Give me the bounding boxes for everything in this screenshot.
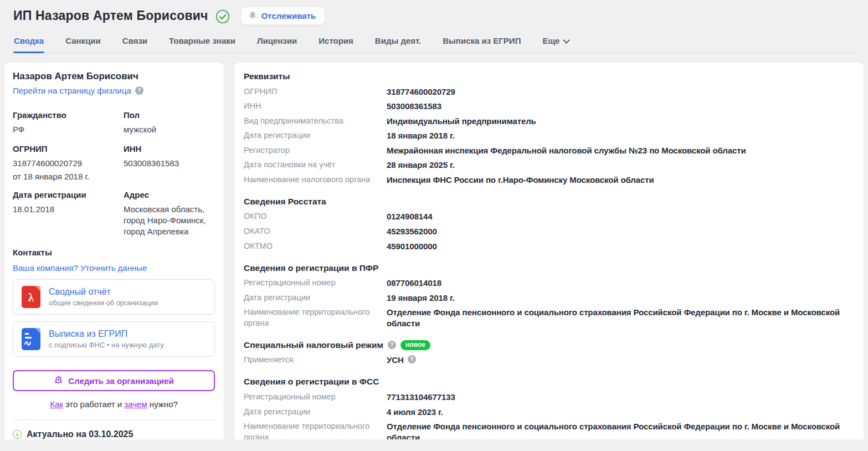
- bell-plus-icon: [54, 376, 63, 386]
- tab-tovarnye-znaki[interactable]: Товарные знаки: [168, 33, 236, 53]
- row-value: 4 июля 2023 г.: [387, 407, 854, 418]
- row-value: 18 января 2018 г.: [387, 130, 854, 141]
- detail-row: Дата постановки на учёт28 января 2025 г.: [244, 158, 854, 173]
- row-label: Регистратор: [244, 145, 387, 156]
- detail-row: Наименование территориального органаОтде…: [244, 305, 854, 331]
- bell-icon: [248, 11, 257, 20]
- tab-svyazi[interactable]: Связи: [122, 33, 148, 53]
- row-value: 318774600020729: [387, 86, 854, 98]
- detail-row: Регистрационный номер771313104677133: [244, 390, 854, 404]
- field-inn: ИНН 503008361583: [124, 140, 215, 186]
- field-value: 503008361583: [124, 158, 212, 169]
- row-label: Наименование территориального органа: [244, 421, 387, 439]
- row-value: УСН: [387, 355, 404, 366]
- tab-more[interactable]: Еще: [542, 33, 570, 53]
- field-value: Московская область, город Наро-Фоминск, …: [124, 204, 212, 238]
- why-link[interactable]: зачем: [124, 399, 147, 409]
- person-page-link[interactable]: Перейти на страницу физлица: [13, 86, 131, 95]
- track-button[interactable]: Отслеживать: [240, 7, 325, 25]
- help-icon[interactable]: ?: [408, 355, 416, 363]
- detail-row: ОГРНИП318774600020729: [244, 84, 854, 99]
- page-header: ИП Назаров Артем Борисович Отслеживать С…: [0, 0, 868, 53]
- row-value: Отделение Фонда пенсионного и социальног…: [387, 421, 854, 439]
- egrip-card-title: Выписка из ЕГРИП: [49, 329, 164, 339]
- new-badge: новое: [400, 340, 430, 350]
- field-label: Гражданство: [13, 110, 120, 120]
- row-value: 0124908144: [387, 211, 854, 222]
- row-value: Межрайонная инспекция Федеральной налого…: [387, 145, 854, 156]
- row-label: Дата регистрации: [244, 407, 387, 418]
- detail-row: Дата регистрации18 января 2018 г.: [244, 129, 854, 144]
- section-title: Сведения о регистрации в ПФР: [244, 263, 378, 273]
- report-card-title: Сводный отчёт: [49, 287, 158, 297]
- info-icon: i: [13, 430, 22, 439]
- contacts-heading: Контакты: [13, 248, 215, 257]
- row-label: Дата регистрации: [244, 130, 387, 141]
- field-value: 318774600020729: [13, 158, 120, 169]
- section-tax-regime: Специальный налоговый режим ? новое Прим…: [244, 340, 854, 368]
- field-gender: Пол мужской: [124, 106, 215, 140]
- row-label: ИНН: [244, 101, 387, 112]
- tab-vypiska-egrip[interactable]: Выписка из ЕГРИП: [442, 33, 521, 53]
- summary-report-card[interactable]: λ Сводный отчёт общие сведения об органи…: [13, 279, 215, 315]
- detail-row: Наименование налогового органаИнспекция …: [244, 172, 854, 187]
- section-title: Реквизиты: [244, 71, 290, 81]
- update-data-link[interactable]: Ваша компания? Уточнить данные: [13, 263, 215, 273]
- document-icon: [21, 327, 41, 351]
- main-layout: Назаров Артем Борисович Перейти на стран…: [0, 53, 868, 439]
- row-value: 503008361583: [387, 101, 854, 112]
- field-label: ИНН: [124, 144, 212, 153]
- help-icon[interactable]: ?: [388, 341, 396, 349]
- detail-row: ОКПО0124908144: [244, 209, 854, 224]
- section-title: Сведения Росстата: [244, 197, 326, 207]
- tab-svodka[interactable]: Сводка: [13, 33, 44, 53]
- details-panel: Реквизиты ОГРНИП318774600020729 ИНН50300…: [234, 63, 864, 439]
- row-value: Отделение Фонда пенсионного и социальног…: [387, 307, 854, 329]
- field-label: Дата регистрации: [13, 190, 120, 199]
- help-icon[interactable]: ?: [135, 86, 143, 95]
- detail-row: Дата регистрации4 июля 2023 г.: [244, 404, 854, 419]
- tab-sanktsii[interactable]: Санкции: [65, 33, 101, 53]
- field-value: мужской: [124, 124, 212, 135]
- row-label: Наименование территориального органа: [244, 307, 387, 329]
- row-label: Вид предпринимательства: [244, 116, 387, 127]
- track-button-label: Отслеживать: [261, 11, 316, 20]
- how-link[interactable]: Как: [50, 399, 63, 409]
- field-reg-date: Дата регистрации 18.01.2018: [13, 186, 124, 243]
- row-label: Дата регистрации: [244, 293, 387, 304]
- detail-row: РегистраторМежрайонная инспекция Федерал…: [244, 143, 854, 158]
- row-label: Дата постановки на учёт: [244, 160, 387, 171]
- tab-istoriya[interactable]: История: [318, 33, 354, 53]
- actual-date: Актуально на 03.10.2025: [27, 429, 133, 439]
- egrip-card-subtitle: с подписью ФНС • на нужную дату: [49, 341, 164, 349]
- svg-text:λ: λ: [28, 291, 34, 304]
- detail-row: ОКТМО45901000000: [244, 239, 854, 254]
- divider: [13, 419, 215, 420]
- field-value: 18.01.2018: [13, 204, 120, 215]
- tab-bar: Сводка Санкции Связи Товарные знаки Лице…: [13, 33, 855, 53]
- field-label: Адрес: [124, 190, 212, 199]
- row-label: Применяется: [244, 355, 387, 366]
- section-rekvizity: Реквизиты ОГРНИП318774600020729 ИНН50300…: [244, 71, 854, 187]
- tab-vidy-deyat[interactable]: Виды деят.: [374, 33, 422, 53]
- row-label: ОКПО: [244, 211, 387, 222]
- follow-organization-button[interactable]: Следить за организацией: [13, 370, 215, 391]
- detail-row: Дата регистрации19 января 2018 г.: [244, 290, 854, 305]
- row-label: ОКАТО: [244, 226, 387, 237]
- how-text: это работает и: [63, 399, 124, 409]
- field-value: РФ: [13, 124, 120, 135]
- field-label: Пол: [124, 110, 212, 120]
- person-fields: Гражданство РФ Пол мужской ОГРНИП 318774…: [13, 106, 215, 242]
- row-label: ОГРНИП: [244, 86, 387, 98]
- report-card-subtitle: общие сведения об организации: [49, 299, 158, 307]
- row-label: Регистрационный номер: [244, 392, 387, 403]
- egrip-extract-card[interactable]: Выписка из ЕГРИП с подписью ФНС • на нуж…: [13, 321, 215, 357]
- row-value: 771313104677133: [387, 392, 854, 403]
- row-value: 45901000000: [387, 241, 854, 252]
- chevron-down-icon: [563, 37, 569, 43]
- tab-more-label: Еще: [542, 36, 559, 45]
- row-value: Инспекция ФНС России по г.Наро-Фоминску …: [387, 175, 854, 186]
- field-ogrnip: ОГРНИП 318774600020729 от 18 января 2018…: [13, 140, 124, 186]
- tab-litsenzii[interactable]: Лицензии: [256, 33, 297, 53]
- field-extra: от 18 января 2018 г.: [13, 172, 120, 181]
